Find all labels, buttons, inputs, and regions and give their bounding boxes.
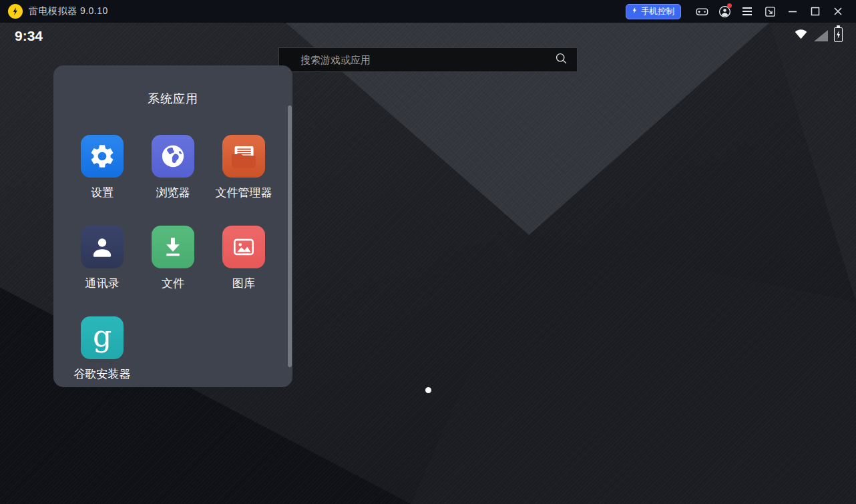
close-icon[interactable] xyxy=(827,3,849,20)
app-label: 文件 xyxy=(162,276,184,291)
search-icon[interactable] xyxy=(555,52,568,67)
download-icon xyxy=(152,226,194,268)
status-clock: 9:34 xyxy=(15,28,43,44)
apps-grid: 设置 浏览器 xyxy=(67,135,292,382)
letter-g-icon: g xyxy=(81,316,124,359)
app-file-manager[interactable]: 文件管理器 xyxy=(208,135,279,200)
gear-icon xyxy=(81,135,124,178)
wifi-icon xyxy=(794,27,808,42)
app-label: 通讯录 xyxy=(85,276,120,291)
ldplayer-logo-icon xyxy=(8,4,23,19)
avatar-record-icon[interactable] xyxy=(713,3,736,20)
resize-icon[interactable] xyxy=(759,3,781,20)
app-label: 文件管理器 xyxy=(216,186,272,200)
app-gallery[interactable]: 图库 xyxy=(208,226,279,291)
search-bar xyxy=(278,47,578,72)
folder-title: 系统应用 xyxy=(53,91,292,107)
app-google-installer[interactable]: g 谷歌安装器 xyxy=(67,316,138,382)
app-label: 图库 xyxy=(232,276,255,291)
battery-charging-icon xyxy=(834,27,843,42)
folder-scrollbar[interactable] xyxy=(288,105,292,367)
app-label: 谷歌安装器 xyxy=(74,367,131,382)
globe-icon xyxy=(152,135,194,178)
page-indicator-dot xyxy=(425,387,431,393)
window-title: 雷电模拟器 9.0.10 xyxy=(29,5,108,17)
app-label: 浏览器 xyxy=(156,186,190,200)
app-browser[interactable]: 浏览器 xyxy=(138,135,208,200)
minimize-icon[interactable] xyxy=(781,3,804,20)
gamepad-icon[interactable] xyxy=(690,3,713,20)
maximize-icon[interactable] xyxy=(804,3,827,20)
titlebar-controls: 手机控制 xyxy=(626,3,849,20)
lightning-icon xyxy=(631,6,638,17)
search-input[interactable] xyxy=(300,54,555,65)
cell-signal-icon xyxy=(814,30,828,41)
emulator-window: 雷电模拟器 9.0.10 手机控制 xyxy=(0,0,856,504)
status-icons xyxy=(794,27,843,42)
app-files[interactable]: 文件 xyxy=(138,226,208,291)
photo-icon xyxy=(222,226,265,268)
folder-documents-icon xyxy=(222,135,265,178)
app-label: 设置 xyxy=(91,186,114,200)
app-contacts[interactable]: 通讯录 xyxy=(67,226,138,291)
system-apps-folder: 系统应用 设置 xyxy=(53,65,292,387)
phone-control-button[interactable]: 手机控制 xyxy=(626,4,681,19)
app-settings[interactable]: 设置 xyxy=(67,135,138,200)
person-icon xyxy=(81,226,124,268)
g-letter: g xyxy=(93,315,112,358)
phone-control-label: 手机控制 xyxy=(641,6,674,17)
menu-icon[interactable] xyxy=(736,3,759,20)
titlebar: 雷电模拟器 9.0.10 手机控制 xyxy=(0,0,856,23)
android-home-screen: 9:34 系统应用 xyxy=(0,23,856,504)
notification-dot xyxy=(727,3,732,8)
